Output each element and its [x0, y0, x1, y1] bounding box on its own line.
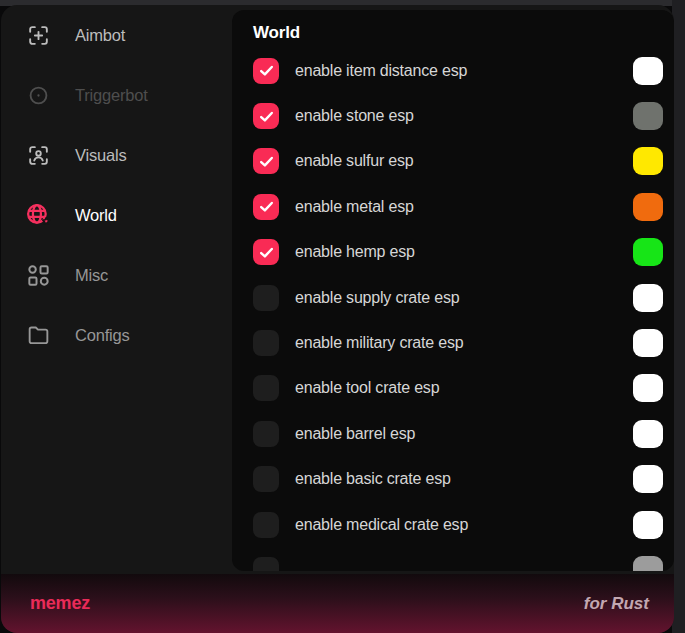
esp-option-row: enable item distance esp [232, 48, 674, 93]
sidebar-item-triggerbot[interactable]: Triggerbot [1, 65, 232, 125]
esp-checkbox[interactable] [253, 512, 279, 538]
sidebar-item-configs[interactable]: Configs [1, 305, 232, 365]
sidebar-item-misc[interactable]: Misc [1, 245, 232, 305]
sidebar: AimbotTriggerbotVisualsWorldMiscConfigs [1, 5, 232, 365]
esp-checkbox[interactable] [253, 103, 279, 129]
sidebar-item-label: Visuals [75, 146, 127, 165]
esp-checkbox[interactable] [253, 239, 279, 265]
esp-color-swatch[interactable] [633, 147, 663, 175]
esp-option-label: enable medical crate esp [295, 516, 468, 534]
brand-label: memez [30, 593, 90, 614]
esp-option-row: enable sulfur esp [232, 139, 674, 184]
sidebar-item-label: Configs [75, 326, 130, 345]
esp-option-row: enable tool crate esp [232, 366, 674, 411]
product-label: for Rust [584, 594, 649, 614]
esp-option-label: enable basic crate esp [295, 470, 451, 488]
cheat-menu-window: AimbotTriggerbotVisualsWorldMiscConfigs … [1, 5, 674, 633]
sidebar-item-visuals[interactable]: Visuals [1, 125, 232, 185]
esp-color-swatch[interactable] [633, 329, 663, 357]
esp-options-list: enable item distance espenable stone esp… [232, 48, 674, 571]
sidebar-item-world[interactable]: World [1, 185, 232, 245]
configs-folder-icon [25, 322, 51, 348]
world-panel: World enable item distance espenable sto… [232, 10, 674, 571]
esp-checkbox[interactable] [253, 466, 279, 492]
esp-checkbox[interactable] [253, 557, 279, 571]
sidebar-item-aimbot[interactable]: Aimbot [1, 5, 232, 65]
esp-option-row: enable supply crate esp [232, 275, 674, 320]
triggerbot-target-icon [25, 82, 51, 108]
esp-option-label: enable military crate esp [295, 334, 463, 352]
esp-checkbox[interactable] [253, 58, 279, 84]
sidebar-item-label: Misc [75, 266, 108, 285]
esp-option-row: enable medical crate esp [232, 502, 674, 547]
panel-title: World [253, 23, 674, 43]
world-globe-icon [25, 202, 51, 228]
esp-color-swatch[interactable] [633, 511, 663, 539]
esp-option-row: enable barrel esp [232, 411, 674, 456]
esp-color-swatch[interactable] [633, 465, 663, 493]
esp-option-row [232, 547, 674, 571]
esp-color-swatch[interactable] [633, 556, 663, 571]
visuals-user-scan-icon [25, 142, 51, 168]
esp-color-swatch[interactable] [633, 284, 663, 312]
esp-option-row: enable hemp esp [232, 230, 674, 275]
esp-color-swatch[interactable] [633, 57, 663, 85]
esp-color-swatch[interactable] [633, 102, 663, 130]
misc-shapes-icon [25, 262, 51, 288]
sidebar-item-label: World [75, 206, 117, 225]
esp-checkbox[interactable] [253, 285, 279, 311]
esp-option-row: enable basic crate esp [232, 457, 674, 502]
esp-option-label: enable supply crate esp [295, 289, 459, 307]
esp-checkbox[interactable] [253, 375, 279, 401]
esp-option-label: enable item distance esp [295, 62, 467, 80]
aimbot-scan-icon [25, 22, 51, 48]
esp-option-label: enable sulfur esp [295, 152, 413, 170]
esp-option-row: enable stone esp [232, 93, 674, 138]
esp-option-label: enable hemp esp [295, 243, 415, 261]
sidebar-item-label: Triggerbot [75, 86, 148, 105]
esp-option-row: enable military crate esp [232, 320, 674, 365]
esp-checkbox[interactable] [253, 148, 279, 174]
esp-color-swatch[interactable] [633, 238, 663, 266]
esp-color-swatch[interactable] [633, 374, 663, 402]
esp-option-label: enable barrel esp [295, 425, 415, 443]
sidebar-item-label: Aimbot [75, 26, 125, 45]
esp-option-label: enable tool crate esp [295, 379, 439, 397]
esp-option-row: enable metal esp [232, 184, 674, 229]
esp-option-label: enable stone esp [295, 107, 414, 125]
footer: memez for Rust [1, 574, 674, 633]
esp-option-label: enable metal esp [295, 198, 414, 216]
screen: AimbotTriggerbotVisualsWorldMiscConfigs … [0, 0, 685, 633]
esp-color-swatch[interactable] [633, 193, 663, 221]
esp-color-swatch[interactable] [633, 420, 663, 448]
esp-checkbox[interactable] [253, 194, 279, 220]
esp-checkbox[interactable] [253, 330, 279, 356]
esp-checkbox[interactable] [253, 421, 279, 447]
